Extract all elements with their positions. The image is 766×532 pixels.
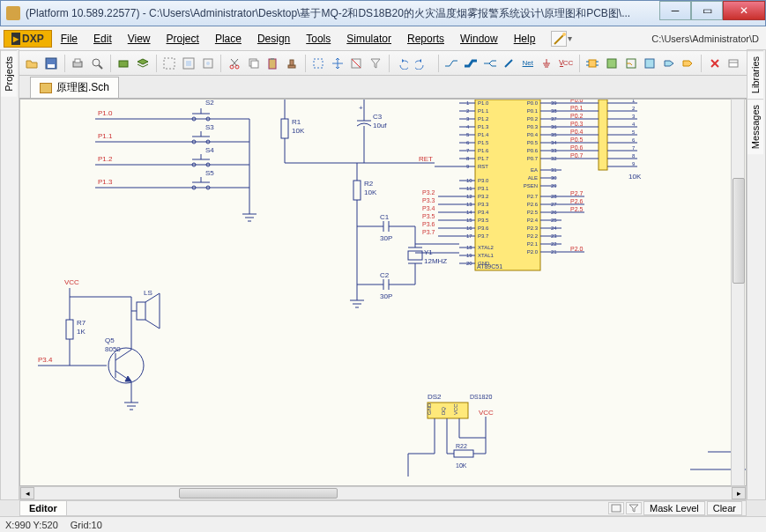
redo-icon[interactable] <box>413 54 430 73</box>
libraries-panel-tab[interactable]: Libraries <box>747 50 763 99</box>
svg-text:ALE: ALE <box>528 175 538 181</box>
preview-icon[interactable] <box>88 54 106 73</box>
save-icon[interactable] <box>42 54 60 73</box>
svg-text:P0.1: P0.1 <box>527 108 539 114</box>
bottom-bar: Editor Mask Level Clear <box>19 500 747 516</box>
svg-text:VCC: VCC <box>64 278 79 286</box>
rubber-stamp-icon[interactable] <box>283 54 301 73</box>
compile-icon[interactable] <box>115 54 133 73</box>
svg-text:P0.7: P0.7 <box>527 156 539 161</box>
svg-text:10uf: 10uf <box>373 122 387 129</box>
menu-bar: ▸DXP File Edit View Project Place Design… <box>0 26 766 51</box>
svg-text:P3.3: P3.3 <box>478 202 489 207</box>
document-tab[interactable]: 原理图.Sch <box>30 77 119 98</box>
svg-text:10K: 10K <box>364 188 377 196</box>
right-panel-rail[interactable]: Libraries Messages <box>747 49 766 500</box>
menu-window[interactable]: Window <box>453 30 505 48</box>
menu-help[interactable]: Help <box>507 30 543 48</box>
svg-rect-33 <box>589 60 596 67</box>
menu-project[interactable]: Project <box>160 30 206 48</box>
h-scroll-left-arrow[interactable]: ◂ <box>20 487 34 499</box>
menu-view[interactable]: View <box>121 30 158 48</box>
dxp-button[interactable]: ▸DXP <box>4 30 52 48</box>
svg-rect-39 <box>729 60 738 67</box>
projects-panel-tab[interactable]: Projects <box>1 50 17 97</box>
deselect-icon[interactable] <box>348 54 366 73</box>
zoom-area-icon[interactable] <box>161 54 179 73</box>
undo-icon[interactable] <box>394 54 412 73</box>
svg-text:VCC: VCC <box>453 403 458 415</box>
schematic-canvas[interactable]: P1.0 P1.1 P1.2 P1.3 S2 S3 S4 S5 <box>19 99 747 486</box>
menu-place[interactable]: Place <box>208 30 249 48</box>
svg-text:P0.7: P0.7 <box>570 152 584 159</box>
place-bus-entry-icon[interactable] <box>500 54 517 73</box>
messages-panel-tab[interactable]: Messages <box>747 99 763 154</box>
place-no-erc-icon[interactable] <box>706 54 724 73</box>
h-scroll-thumb[interactable] <box>179 488 338 499</box>
svg-text:P3.6: P3.6 <box>478 225 489 231</box>
paste-icon[interactable] <box>264 54 281 73</box>
h-scroll-right-arrow[interactable]: ▸ <box>732 487 746 499</box>
clear-button[interactable]: Clear <box>707 501 742 515</box>
zoom-fit-icon[interactable] <box>180 54 197 73</box>
filter-icon[interactable] <box>626 502 642 514</box>
place-sheet-symbol-icon[interactable] <box>603 54 621 73</box>
copy-icon[interactable] <box>245 54 263 73</box>
svg-point-14 <box>206 62 210 65</box>
place-vcc-icon[interactable]: V̲CC <box>557 54 575 73</box>
stack-icon[interactable] <box>134 54 152 73</box>
place-wire-icon[interactable] <box>443 54 461 73</box>
svg-text:P3.5: P3.5 <box>478 218 489 223</box>
svg-text:P3.4: P3.4 <box>422 205 435 211</box>
window-titlebar: (Platform 10.589.22577) - C:\Users\Admin… <box>0 0 766 26</box>
svg-rect-36 <box>645 59 654 68</box>
svg-text:Y1: Y1 <box>424 248 433 256</box>
menu-simulator[interactable]: Simulator <box>339 30 398 48</box>
browse-components-icon[interactable] <box>725 54 743 73</box>
zoom-select-icon[interactable] <box>199 54 217 73</box>
svg-text:P0.2: P0.2 <box>570 113 584 119</box>
left-panel-rail[interactable]: Projects <box>0 49 19 500</box>
mask-level-button[interactable]: Mask Level <box>643 501 705 515</box>
svg-text:P2.3: P2.3 <box>527 225 539 231</box>
svg-text:P1.2: P1.2 <box>98 155 113 163</box>
mask-icon[interactable] <box>608 502 624 514</box>
place-device-sheet-icon[interactable] <box>641 54 658 73</box>
place-harness-connector-icon[interactable] <box>660 54 678 73</box>
v-scroll-thumb[interactable] <box>733 178 745 284</box>
horizontal-scrollbar[interactable]: ◂ ▸ <box>19 486 747 500</box>
menu-edit[interactable]: Edit <box>86 30 119 48</box>
place-port-icon[interactable] <box>680 54 697 73</box>
place-signal-harness-icon[interactable] <box>481 54 499 73</box>
menu-design[interactable]: Design <box>250 30 297 48</box>
place-sheet-entry-icon[interactable] <box>622 54 640 73</box>
cut-icon[interactable] <box>226 54 243 73</box>
customize-icon[interactable] <box>551 31 567 47</box>
place-part-icon[interactable] <box>584 54 602 73</box>
svg-text:P2.5: P2.5 <box>570 206 584 212</box>
open-icon[interactable] <box>24 54 41 73</box>
editor-tab[interactable]: Editor <box>20 501 67 515</box>
place-bus-icon[interactable] <box>462 54 480 73</box>
menu-reports[interactable]: Reports <box>400 30 451 48</box>
v-scroll-track[interactable] <box>731 99 745 486</box>
svg-rect-25 <box>314 59 323 68</box>
minimize-button[interactable]: ─ <box>659 1 691 20</box>
svg-text:DS2: DS2 <box>428 393 442 401</box>
svg-text:P1.1: P1.1 <box>98 132 113 140</box>
svg-text:RET: RET <box>419 155 433 163</box>
menu-tools[interactable]: Tools <box>299 30 338 48</box>
place-net-label-icon[interactable]: Net <box>519 54 537 73</box>
toolbar: Net V̲CC <box>0 51 766 76</box>
menu-file[interactable]: File <box>54 30 85 48</box>
vertical-scrollbar[interactable] <box>731 99 745 486</box>
grid-size: Grid:10 <box>71 520 102 530</box>
maximize-button[interactable]: ▭ <box>691 1 723 20</box>
clear-filter-icon[interactable] <box>367 54 384 73</box>
select-icon[interactable] <box>309 54 327 73</box>
close-button[interactable]: ✕ <box>723 1 765 20</box>
svg-text:C1: C1 <box>380 213 390 221</box>
place-gnd-icon[interactable] <box>539 54 556 73</box>
print-icon[interactable] <box>70 54 87 73</box>
move-icon[interactable] <box>329 54 346 73</box>
